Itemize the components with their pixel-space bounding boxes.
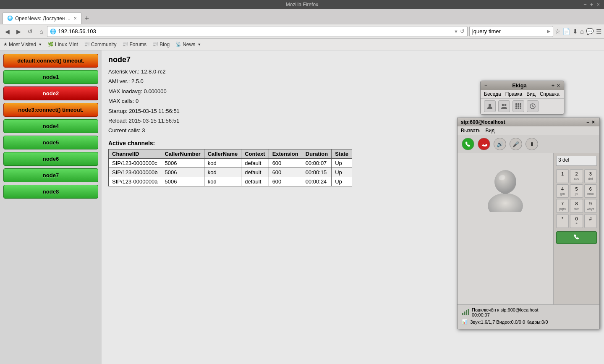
node7-btn[interactable]: node7 xyxy=(3,168,98,182)
reading-icon[interactable]: 📄 xyxy=(562,28,570,35)
ekiga-toolbar xyxy=(481,99,564,114)
numpad-key[interactable]: 4ghi xyxy=(556,184,569,198)
node2-btn[interactable]: node2 xyxy=(3,86,98,100)
page-content: default:connect() timeout. node1 node2 n… xyxy=(0,50,604,364)
back-button[interactable]: ◀ xyxy=(3,27,12,36)
node3-connect-btn[interactable]: node3:connect() timeout. xyxy=(3,103,98,117)
tab-close-btn[interactable]: × xyxy=(71,16,77,21)
node4-btn[interactable]: node4 xyxy=(3,119,98,133)
node6-btn[interactable]: node6 xyxy=(3,152,98,166)
ekiga-menubar: Беседа Правка Вид Справка xyxy=(481,90,564,99)
close-btn[interactable]: × xyxy=(596,1,600,8)
bookmark-star-icon[interactable]: ☆ xyxy=(555,28,560,35)
microphone-button[interactable]: 🎤 xyxy=(510,138,522,150)
ekiga-titlebar: − Ekiga + × xyxy=(481,81,564,90)
ekiga-close-btn[interactable]: × xyxy=(556,83,561,89)
bookmark-community[interactable]: 📰 Community xyxy=(84,42,117,47)
table-cell: kod xyxy=(204,177,241,186)
minimize-btn[interactable]: − xyxy=(583,1,587,8)
col-header-state: State xyxy=(332,149,352,158)
numpad-key[interactable]: 8tuv xyxy=(570,199,583,213)
table-cell: 5006 xyxy=(161,168,204,177)
numpad-key[interactable]: 6mno xyxy=(584,184,597,198)
home-icon2[interactable]: ⌂ xyxy=(580,28,584,35)
nav-right-icons: ☆ 📄 ⬇ ⌂ 💬 ☰ xyxy=(555,28,601,35)
speaker-button[interactable]: 🔊 xyxy=(494,138,506,150)
sip-close-btn[interactable]: × xyxy=(591,119,596,125)
node-default-connect-btn[interactable]: default:connect() timeout. xyxy=(3,54,98,68)
numpad-key[interactable]: # xyxy=(584,214,597,228)
call-button[interactable] xyxy=(462,138,474,150)
hangup-button[interactable] xyxy=(478,138,490,150)
numpad-key[interactable]: 7pqrs xyxy=(556,199,569,213)
bookmark-forums[interactable]: 📰 Forums xyxy=(122,42,146,47)
numpad-call-btn[interactable] xyxy=(556,231,597,244)
ekiga-history-icon-btn[interactable] xyxy=(527,100,539,112)
ekiga-menu-vid[interactable]: Вид xyxy=(526,91,536,97)
node8-btn[interactable]: node8 xyxy=(3,185,98,199)
node5-btn[interactable]: node5 xyxy=(3,136,98,149)
ekiga-dialpad-icon-btn[interactable] xyxy=(512,100,524,112)
table-row: SIP/123-0000000c5006koddefault60000:00:0… xyxy=(109,158,352,168)
search-bar[interactable]: ▶ xyxy=(469,26,553,37)
svg-point-2 xyxy=(505,104,507,106)
download-icon[interactable]: ⬇ xyxy=(573,28,578,35)
news-chevron-icon: ▼ xyxy=(197,42,201,47)
table-cell: SIP/123-0000000b xyxy=(109,168,161,177)
sip-menu-call[interactable]: Вызвать xyxy=(461,128,481,134)
numpad-key[interactable]: 5jkl xyxy=(570,184,583,198)
bookmark-label: Blog xyxy=(159,42,170,47)
chat-icon[interactable]: 💬 xyxy=(586,28,594,35)
bookmark-label: News xyxy=(183,42,195,47)
active-tab[interactable]: 🌐 OpenNews: Доступен ... × xyxy=(3,12,81,24)
bookmark-linux-mint[interactable]: 🌿 Linux Mint xyxy=(48,42,78,47)
ekiga-minimize-btn[interactable]: − xyxy=(483,83,489,89)
maximize-btn[interactable]: + xyxy=(590,1,594,8)
bookmark-most-visited[interactable]: ★ Most Visited ▼ xyxy=(3,42,42,47)
svg-rect-5 xyxy=(520,103,521,105)
sip-minimize-btn[interactable]: − xyxy=(585,119,591,125)
sip-menu-vid[interactable]: Вид xyxy=(486,128,495,134)
numpad-key[interactable]: 3def xyxy=(584,169,597,183)
numpad-key[interactable]: 2abc xyxy=(570,169,583,183)
numpad-display-value: 3 def xyxy=(558,157,570,163)
menu-icon[interactable]: ☰ xyxy=(596,28,601,35)
dropdown-arrow-icon[interactable]: ▼ xyxy=(454,29,458,34)
home-button[interactable]: ⌂ xyxy=(37,27,45,36)
table-cell: 5006 xyxy=(161,158,204,168)
ekiga-menu-beseda[interactable]: Беседа xyxy=(484,91,501,97)
svg-rect-18 xyxy=(464,312,465,315)
ekiga-maximize-btn[interactable]: + xyxy=(550,83,556,89)
security-icon: 🌐 xyxy=(50,29,56,34)
reload-button[interactable]: ↺ xyxy=(25,27,35,36)
forward-button[interactable]: ▶ xyxy=(14,27,24,36)
svg-rect-17 xyxy=(462,313,463,315)
numpad-key[interactable]: * xyxy=(556,214,569,228)
numpad-key[interactable]: 1 xyxy=(556,169,569,183)
speaker-icon: 🔊 xyxy=(497,141,503,147)
ekiga-menu-spravka[interactable]: Справка xyxy=(540,91,560,97)
bookmark-blog[interactable]: 📰 Blog xyxy=(152,42,170,47)
table-cell: default xyxy=(241,177,269,186)
bookmarks-bar: ★ Most Visited ▼ 🌿 Linux Mint 📰 Communit… xyxy=(0,39,604,50)
search-arrow-icon[interactable]: ▶ xyxy=(547,29,550,34)
chevron-down-icon: ▼ xyxy=(38,42,42,47)
ekiga-person-icon-btn[interactable] xyxy=(484,100,496,112)
bookmark-news[interactable]: 📡 News ▼ xyxy=(175,42,201,47)
reload-icon[interactable]: ↺ xyxy=(460,28,465,34)
table-cell: 00:00:24 xyxy=(302,177,331,186)
search-input[interactable] xyxy=(472,28,547,34)
bookmark-label: Most Visited xyxy=(9,42,36,47)
sip-call-controls: 🔊 🎤 ⏸ xyxy=(458,135,599,153)
url-input[interactable] xyxy=(58,28,454,34)
numpad-key[interactable]: 9wxyz xyxy=(584,199,597,213)
new-tab-button[interactable]: + xyxy=(82,14,92,23)
node1-btn[interactable]: node1 xyxy=(3,70,98,84)
numpad-key[interactable]: 0+ xyxy=(570,214,583,228)
hold-button[interactable]: ⏸ xyxy=(526,138,538,150)
address-bar[interactable]: 🌐 ▼ ↺ xyxy=(47,26,467,37)
window-controls[interactable]: − + × xyxy=(583,1,600,8)
bookmark-label: Forums xyxy=(129,42,146,47)
ekiga-menu-pravka[interactable]: Правка xyxy=(505,91,523,97)
ekiga-contacts-icon-btn[interactable] xyxy=(498,100,510,112)
